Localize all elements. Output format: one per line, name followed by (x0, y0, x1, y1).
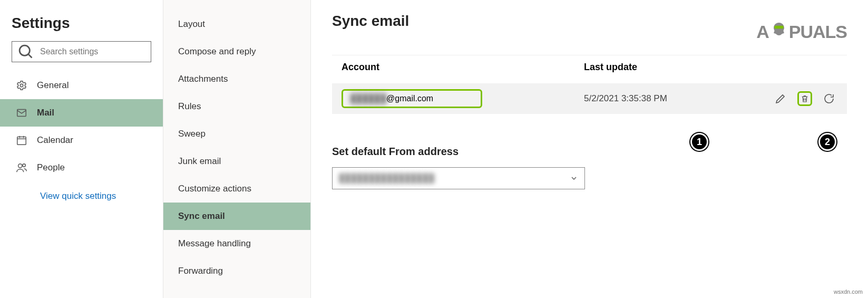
nav-calendar[interactable]: Calendar (0, 127, 163, 154)
svg-point-0 (19, 45, 30, 55)
nav-mail-label: Mail (37, 108, 54, 118)
header-last-update: Last update (584, 62, 847, 73)
cartoon-head-icon (770, 21, 788, 42)
account-row[interactable]: ██████ @gmail.com 5/2/2021 3:35:38 PM (332, 83, 847, 114)
default-from-value-redacted: ████████████████ (339, 174, 434, 183)
source-watermark: wsxdn.com (834, 289, 863, 295)
svg-rect-4 (17, 137, 26, 145)
search-input[interactable] (40, 47, 145, 56)
chevron-down-icon (570, 174, 578, 182)
pencil-icon (774, 92, 787, 105)
account-domain: @gmail.com (386, 94, 433, 103)
svg-point-12 (23, 164, 26, 167)
subnav-sync-email[interactable]: Sync email (163, 203, 310, 230)
main-pane: Sync email A PUALS Account Last update █… (311, 0, 868, 298)
subnav-customize-actions[interactable]: Customize actions (163, 175, 310, 203)
search-settings-box[interactable] (12, 41, 151, 62)
svg-rect-13 (774, 26, 783, 29)
settings-title: Settings (0, 15, 163, 41)
account-email-highlighted: ██████ @gmail.com (342, 89, 482, 108)
subnav-rules[interactable]: Rules (163, 93, 310, 120)
edit-account-button[interactable] (773, 91, 788, 106)
nav-people-label: People (37, 162, 65, 173)
svg-point-11 (18, 164, 22, 168)
subnav-attachments[interactable]: Attachments (163, 65, 310, 93)
mail-icon (16, 107, 27, 119)
svg-line-1 (28, 54, 32, 57)
settings-sidebar: Settings General Mail Calendar People Vi… (0, 0, 163, 298)
people-icon (16, 162, 27, 174)
subnav-message-handling[interactable]: Message handling (163, 230, 310, 257)
search-icon (17, 43, 35, 61)
subnav-forwarding[interactable]: Forwarding (163, 257, 310, 285)
delete-account-button[interactable] (797, 91, 812, 106)
nav-calendar-label: Calendar (37, 135, 73, 146)
gear-icon (16, 80, 27, 91)
svg-rect-3 (17, 110, 26, 117)
svg-point-2 (20, 84, 23, 87)
subnav-layout[interactable]: Layout (163, 11, 310, 38)
refresh-icon (823, 92, 835, 105)
header-account: Account (342, 62, 584, 73)
mail-subnav: Layout Compose and reply Attachments Rul… (163, 0, 311, 298)
calendar-icon (16, 134, 27, 146)
account-username-redacted: ██████ (350, 94, 386, 103)
view-quick-settings-link[interactable]: View quick settings (0, 181, 163, 201)
annotation-marker-1: 1 (690, 133, 708, 151)
accounts-table-header: Account Last update (332, 55, 847, 83)
default-from-title: Set default From address (332, 146, 847, 158)
default-from-select[interactable]: ████████████████ (332, 167, 585, 189)
subnav-junk-email[interactable]: Junk email (163, 148, 310, 175)
subnav-sweep[interactable]: Sweep (163, 120, 310, 148)
nav-general-label: General (37, 80, 69, 91)
refresh-account-button[interactable] (822, 91, 836, 106)
appuals-watermark-logo: A PUALS (756, 21, 847, 42)
annotation-marker-2: 2 (818, 133, 836, 151)
nav-mail[interactable]: Mail (0, 99, 163, 127)
nav-general[interactable]: General (0, 72, 163, 99)
trash-icon (800, 92, 810, 105)
nav-people[interactable]: People (0, 154, 163, 181)
last-update-value: 5/2/2021 3:35:38 PM (584, 93, 773, 104)
subnav-compose-reply[interactable]: Compose and reply (163, 38, 310, 65)
